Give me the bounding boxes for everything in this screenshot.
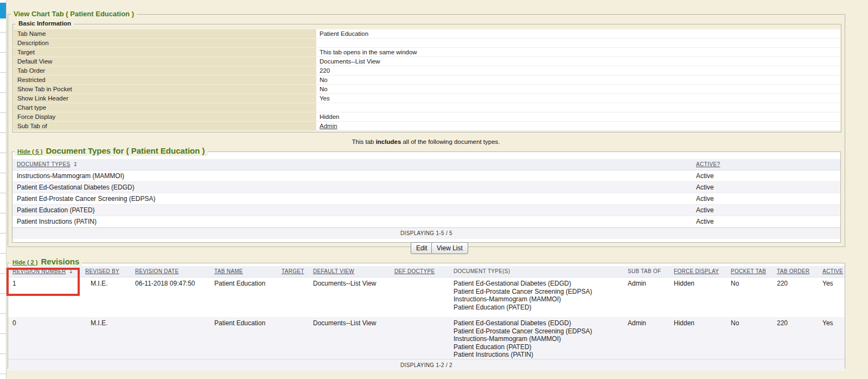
revision-number-column-header[interactable]: REVISION NUMBER ↧ bbox=[8, 266, 81, 277]
active-cell: Yes bbox=[816, 317, 845, 359]
doc-types-displaying-footer: DISPLAYING 1-5 / 5 bbox=[12, 228, 840, 239]
basic-info-row: Tab Order 220 bbox=[14, 66, 840, 75]
basic-info-value: 220 bbox=[316, 66, 840, 75]
basic-info-label: Sub Tab of bbox=[14, 122, 316, 131]
force-display-cell: Hidden bbox=[669, 277, 726, 317]
document-type-line: Patient Ed-Prostate Cancer Screening (ED… bbox=[454, 327, 623, 336]
doc-type-name: Patient Instructions (PATIN) bbox=[12, 216, 695, 227]
def-doctype-cell bbox=[390, 277, 445, 317]
document-type-line: Patient Ed-Gestational Diabetes (EDGD) bbox=[454, 280, 623, 288]
revised-by-cell: M.I.E. bbox=[81, 277, 131, 317]
basic-info-label: Chart type bbox=[14, 103, 316, 112]
tab-name-cell: Patient Education bbox=[210, 277, 277, 317]
active-column-header[interactable]: ACTIVE bbox=[816, 266, 845, 277]
basic-info-value: No bbox=[316, 75, 840, 85]
revision-number-cell: 0 bbox=[8, 317, 81, 359]
document-types-cell: Patient Ed-Gestational Diabetes (EDGD) P… bbox=[445, 317, 623, 359]
revisions-section: Hide ( 2 )Revisions REVISION NUMBER ↧ RE… bbox=[8, 263, 845, 369]
revision-date-cell: 06-11-2018 09:47:50 bbox=[131, 277, 210, 317]
doc-type-name: Patient Ed-Prostate Cancer Screening (ED… bbox=[12, 193, 695, 204]
document-type-line: Patient Ed-Gestational Diabetes (EDGD) bbox=[454, 319, 623, 327]
target-cell bbox=[277, 317, 309, 359]
sort-icon: ↧ bbox=[73, 159, 78, 170]
document-type-line: Patient Ed-Prostate Cancer Screening (ED… bbox=[454, 288, 623, 296]
document-types-section: Hide ( 5 )Document Types for ( Patient E… bbox=[12, 151, 841, 243]
basic-info-value: Yes bbox=[316, 94, 840, 103]
hide-revisions-link[interactable]: Hide ( 2 ) bbox=[12, 259, 37, 266]
pocket-tab-cell: No bbox=[726, 317, 773, 359]
hide-document-types-link[interactable]: Hide ( 5 ) bbox=[17, 148, 42, 155]
force-display-column-header[interactable]: FORCE DISPLAY bbox=[669, 266, 726, 277]
basic-info-label: Force Display bbox=[14, 112, 316, 122]
basic-info-value: Hidden bbox=[316, 112, 840, 122]
default-view-cell: Documents--List View bbox=[309, 277, 390, 317]
sub-tab-of-cell: Admin bbox=[623, 277, 669, 317]
sub-tab-of-link[interactable]: Admin bbox=[320, 123, 337, 129]
basic-info-row: Tab Name Patient Education bbox=[14, 29, 840, 39]
default-view-column-header[interactable]: DEFAULT VIEW bbox=[309, 266, 390, 277]
tab-name-column-header[interactable]: TAB NAME bbox=[210, 266, 277, 277]
sub-tab-of-column-header: SUB TAB OF bbox=[623, 266, 669, 277]
target-column-header[interactable]: TARGET bbox=[277, 266, 309, 277]
doc-type-active: Active bbox=[695, 182, 840, 193]
document-type-line: Patient Education (PATED) bbox=[454, 343, 623, 351]
document-type-line: Instructions-Mammogram (MAMMOI) bbox=[454, 295, 623, 304]
basic-info-row: Show Tab in Pocket No bbox=[14, 85, 840, 94]
page: View Chart Tab ( Patient Education ) Bas… bbox=[0, 0, 868, 379]
doc-type-active: Active bbox=[695, 216, 840, 227]
doc-type-active: Active bbox=[695, 193, 840, 204]
basic-info-label: Default View bbox=[14, 57, 316, 66]
revision-date-column-header[interactable]: REVISION DATE bbox=[131, 266, 210, 277]
document-type-line: Patient Education (PATED) bbox=[454, 304, 623, 312]
basic-info-value: This tab opens in the same window bbox=[316, 48, 840, 57]
def-doctype-column-header[interactable]: DEF DOCTYPE bbox=[390, 266, 445, 277]
basic-info-value bbox=[316, 39, 840, 48]
includes-note: This tab includes all of the following d… bbox=[8, 138, 844, 145]
revised-by-column-header[interactable]: REVISED BY bbox=[81, 266, 131, 277]
basic-information-legend: Basic Information bbox=[16, 20, 74, 27]
document-types-table: DOCUMENT TYPES ↧ ACTIVE? Instructions-Ma… bbox=[12, 159, 840, 239]
selection-indicator bbox=[0, 3, 6, 18]
basic-info-row: Target This tab opens in the same window bbox=[14, 48, 840, 57]
doc-type-row: Patient Education (PATED) Active bbox=[12, 205, 840, 216]
document-type-line: Instructions-Mammogram (MAMMOI) bbox=[454, 335, 623, 343]
def-doctype-cell bbox=[390, 317, 445, 359]
revision-row: 1 M.I.E. 06-11-2018 09:47:50 Patient Edu… bbox=[8, 277, 845, 317]
doc-type-name: Patient Education (PATED) bbox=[12, 205, 695, 216]
tab-order-column-header[interactable]: TAB ORDER bbox=[773, 266, 816, 277]
left-edge-list-strip bbox=[0, 0, 7, 379]
basic-info-row: Restricted No bbox=[14, 75, 840, 85]
basic-info-value bbox=[316, 103, 840, 112]
page-title: View Chart Tab ( Patient Education ) bbox=[11, 10, 137, 18]
doc-type-row: Patient Instructions (PATIN) Active bbox=[12, 216, 840, 228]
active-column-header[interactable]: ACTIVE? bbox=[695, 159, 840, 170]
basic-info-label: Target bbox=[14, 48, 316, 57]
view-list-button[interactable]: View List bbox=[431, 242, 468, 254]
pocket-tab-column-header[interactable]: POCKET TAB bbox=[726, 266, 773, 277]
basic-info-row: Force Display Hidden bbox=[14, 112, 840, 122]
document-types-title: Document Types for ( Patient Education ) bbox=[46, 146, 205, 155]
revisions-legend: Hide ( 2 )Revisions bbox=[10, 257, 82, 267]
revisions-header-row: REVISION NUMBER ↧ REVISED BY REVISION DA… bbox=[8, 266, 845, 277]
basic-info-label: Description bbox=[14, 39, 316, 48]
basic-info-label: Restricted bbox=[14, 75, 316, 85]
edit-button[interactable]: Edit bbox=[411, 242, 433, 254]
document-types-column-header[interactable]: DOCUMENT TYPES ↧ bbox=[12, 159, 695, 170]
basic-information-table: Tab Name Patient Education Description T… bbox=[14, 29, 840, 131]
revisions-displaying-footer: DISPLAYING 1-2 / 2 bbox=[8, 359, 845, 371]
revisions-title: Revisions bbox=[41, 257, 79, 266]
basic-info-row: Sub Tab of Admin bbox=[14, 122, 840, 131]
basic-info-label: Tab Name bbox=[14, 29, 316, 39]
basic-info-row: Default View Documents--List View bbox=[14, 57, 840, 66]
force-display-cell: Hidden bbox=[669, 317, 726, 359]
basic-info-row: Chart type bbox=[14, 103, 840, 112]
basic-info-value: Patient Education bbox=[316, 29, 840, 39]
revisions-table: REVISION NUMBER ↧ REVISED BY REVISION DA… bbox=[8, 266, 845, 371]
basic-info-value: No bbox=[316, 85, 840, 94]
tab-order-cell: 220 bbox=[773, 277, 816, 317]
active-cell: Yes bbox=[816, 277, 845, 317]
basic-info-row: Show Link Header Yes bbox=[14, 94, 840, 103]
revision-date-cell bbox=[131, 317, 210, 359]
document-types-header-row: DOCUMENT TYPES ↧ ACTIVE? bbox=[12, 159, 840, 170]
basic-info-value: Admin bbox=[316, 122, 840, 131]
